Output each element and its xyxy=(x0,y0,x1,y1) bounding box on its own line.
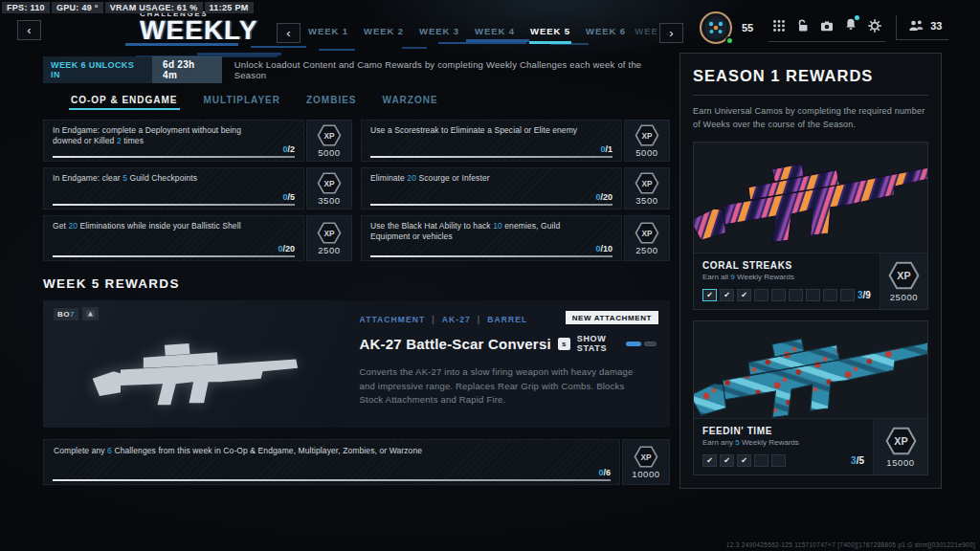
show-stats-key-hint[interactable]: s xyxy=(558,338,570,350)
player-emblem[interactable] xyxy=(699,11,733,45)
meta-weapon: AK-27 xyxy=(442,315,471,324)
challenge-card-4[interactable]: Eliminate 20 Scourge or Infester 0/20 XP… xyxy=(361,167,670,209)
notifications-bell[interactable] xyxy=(844,17,858,34)
season-reward-text: CORAL STREAKS Earn all 9 Weekly Rewards … xyxy=(694,253,880,309)
week-checkbox: ✔ xyxy=(737,454,751,467)
hud-top-right: 55 33 xyxy=(699,11,948,45)
stats-toggle[interactable] xyxy=(626,342,657,346)
xp-amount: 10000 xyxy=(632,469,659,479)
tab-week-2[interactable]: WEEK 2 xyxy=(356,21,412,44)
camera-icon[interactable] xyxy=(820,19,834,33)
unlock-countdown: WEEK 6 UNLOCKS IN 6d 23h 4m xyxy=(43,56,222,83)
week-checkbox xyxy=(806,289,820,301)
weapon-badges: BO7 xyxy=(54,307,99,320)
season-reward-card-coral-streaks[interactable]: CORAL STREAKS Earn all 9 Weekly Rewards … xyxy=(693,142,928,310)
menu-grid-icon[interactable] xyxy=(772,19,786,33)
progress-bar xyxy=(53,204,295,206)
week-checkbox: ✔ xyxy=(720,289,734,301)
svg-text:XP: XP xyxy=(323,130,335,140)
faction-badge-icon xyxy=(82,307,99,320)
page-title: WEEKLY xyxy=(140,18,258,44)
challenge-body: In Endgame: complete a Deployment withou… xyxy=(43,120,304,162)
svg-text:XP: XP xyxy=(641,178,653,187)
challenge-card-1[interactable]: In Endgame: complete a Deployment withou… xyxy=(43,120,352,162)
tab-week-4[interactable]: WEEK 4 xyxy=(467,21,523,44)
unlock-icon[interactable] xyxy=(796,19,810,33)
challenge-card-6[interactable]: Use the Black Hat Ability to hack 10 ene… xyxy=(361,215,670,261)
social-group[interactable]: 33 xyxy=(896,15,947,40)
bonus-challenge-card[interactable]: Complete any 6 Challenges from this week… xyxy=(43,439,670,485)
challenge-card-2[interactable]: Use a Scorestreak to Eliminate a Special… xyxy=(361,120,670,162)
tab-zombies[interactable]: ZOMBIES xyxy=(306,95,357,110)
unlock-description: Unlock Loadout Content and Camo Rewards … xyxy=(234,59,670,80)
week-checkbox: ✔ xyxy=(702,454,717,467)
challenge-card-3[interactable]: In Endgame: clear 5 Guild Checkpoints 0/… xyxy=(43,167,352,209)
build-version-string: 12.3 2490425552-125 115710747+7 [7400][1… xyxy=(726,541,975,548)
xp-amount: 2500 xyxy=(318,245,341,255)
progress-bar xyxy=(53,479,611,481)
main-content: WEEK 6 UNLOCKS IN 6d 23h 4m Unlock Loado… xyxy=(43,60,670,485)
progress-bar xyxy=(370,255,612,257)
week-checkbox xyxy=(771,289,786,301)
xp-amount: 3500 xyxy=(635,195,658,206)
challenge-body: Get 20 Eliminations while inside your Ba… xyxy=(43,215,304,261)
challenge-progress: 0/5 xyxy=(282,192,295,202)
page-title-block: CHALLENGES WEEKLY xyxy=(140,10,257,44)
progress-bar xyxy=(53,156,295,158)
challenge-body: Use a Scorestreak to Eliminate a Special… xyxy=(361,120,622,162)
progress-bar xyxy=(370,156,612,158)
xp-hexagon-icon: XP xyxy=(635,124,659,146)
weeks-prev-button[interactable]: ‹ xyxy=(277,23,301,43)
challenge-body: In Endgame: clear 5 Guild Checkpoints 0/… xyxy=(43,167,304,209)
performance-overlay: FPS: 110 GPU: 49 ° VRAM USAGE: 61 % 11:2… xyxy=(2,2,254,13)
svg-text:XP: XP xyxy=(894,435,907,447)
mode-tabs: CO-OP & ENDGAME MULTIPLAYER ZOMBIES WARZ… xyxy=(71,95,670,110)
week-checkbox xyxy=(754,454,768,467)
challenge-progress: 0/1 xyxy=(600,144,612,154)
season-reward-card-feedin-time[interactable]: FEEDIN' TIME Earn any 5 Weekly Rewards ✔… xyxy=(693,320,928,475)
new-attachment-badge: NEW ATTACHMENT xyxy=(566,311,658,324)
tab-week-3[interactable]: WEEK 3 xyxy=(412,21,467,44)
tab-multiplayer[interactable]: MULTIPLAYER xyxy=(204,95,280,110)
camo-preview xyxy=(694,143,927,253)
week-checkbox xyxy=(823,289,837,301)
notification-dot xyxy=(855,15,859,20)
xp-hexagon-icon: XP xyxy=(634,446,658,468)
challenge-progress: 0/20 xyxy=(278,244,295,253)
xp-reward-badge: XP 2500 xyxy=(624,215,670,261)
week-checks-row: ✔✔✔3/9 xyxy=(702,289,871,301)
xp-reward-badge: XP 3500 xyxy=(624,167,670,209)
online-status-dot xyxy=(725,36,734,45)
meta-category: ATTACHMENT xyxy=(360,315,426,324)
season-rewards-panel: SEASON 1 REWARDS Earn Universal Camos by… xyxy=(679,53,942,489)
tab-week-1[interactable]: WEEK 1 xyxy=(301,21,356,44)
vram-usage: VRAM USAGE: 61 % xyxy=(105,2,203,13)
challenge-progress: 0/20 xyxy=(595,192,612,202)
xp-reward-badge: XP 10000 xyxy=(622,439,670,485)
unlock-label: WEEK 6 UNLOCKS IN xyxy=(43,56,152,83)
back-button[interactable]: ‹ xyxy=(17,20,41,40)
weeks-next-button[interactable]: › xyxy=(659,23,683,43)
tab-week-7[interactable]: WEE xyxy=(634,21,659,44)
challenge-progress: 0/10 xyxy=(595,244,612,253)
camo-progress: 3/5 xyxy=(851,455,864,466)
svg-text:XP: XP xyxy=(641,130,653,140)
tab-coop-endgame[interactable]: CO-OP & ENDGAME xyxy=(71,95,178,110)
tab-warzone[interactable]: WARZONE xyxy=(383,95,438,110)
week-checkbox: ✔ xyxy=(737,289,751,301)
hud-icon-group xyxy=(768,13,885,42)
tab-week-5[interactable]: WEEK 5 xyxy=(523,21,578,44)
fps-counter: FPS: 110 xyxy=(2,2,50,13)
tab-week-6[interactable]: WEEK 6 xyxy=(578,21,634,44)
challenge-description: Eliminate 20 Scourge or Infester xyxy=(370,173,612,184)
settings-gear-icon[interactable] xyxy=(868,19,881,33)
week-reward-card[interactable]: BO7 ATTACHMENT | AK-27 | xyxy=(43,300,670,428)
week-checkbox xyxy=(754,289,768,301)
xp-amount: 3500 xyxy=(318,195,341,206)
svg-text:XP: XP xyxy=(323,228,335,237)
season-rewards-description: Earn Universal Camos by completing the r… xyxy=(693,105,928,131)
xp-hexagon-icon: XP xyxy=(888,261,920,290)
weapon-preview: BO7 xyxy=(43,300,344,428)
show-stats-button[interactable]: SHOW STATS xyxy=(577,334,607,353)
challenge-card-5[interactable]: Get 20 Eliminations while inside your Ba… xyxy=(43,215,352,261)
